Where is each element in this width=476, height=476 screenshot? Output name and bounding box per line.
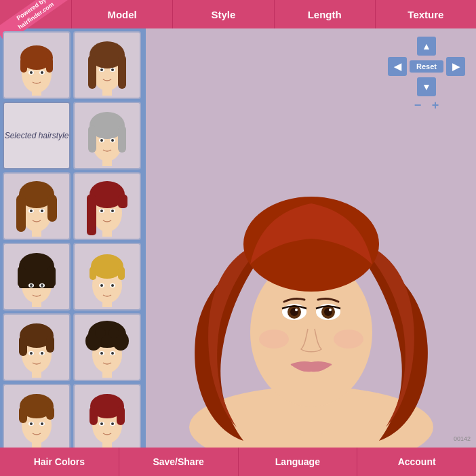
nav-tabs: Model Style Length Texture (71, 0, 476, 28)
svg-point-15 (100, 68, 103, 71)
svg-point-7 (41, 71, 43, 74)
hair-colors-button[interactable]: Hair Colors (0, 448, 119, 476)
svg-point-72 (41, 352, 43, 355)
tab-texture[interactable]: Texture (375, 0, 476, 28)
svg-point-62 (100, 284, 103, 287)
svg-rect-2 (20, 58, 27, 73)
svg-rect-102 (102, 442, 112, 448)
sidebar-row-4 (3, 243, 143, 311)
svg-rect-8 (32, 92, 41, 96)
svg-rect-3 (46, 58, 53, 73)
hairstyle-preview-6 (9, 246, 64, 307)
svg-point-43 (111, 210, 114, 212)
hairstyle-thumb-11[interactable] (73, 384, 141, 448)
hairstyle-thumb-1[interactable] (3, 31, 71, 99)
svg-rect-49 (18, 266, 26, 287)
selected-hairstyle-placeholder: Selected hairstyle (3, 102, 71, 170)
svg-rect-55 (32, 302, 41, 307)
svg-rect-26 (102, 160, 112, 166)
tab-model[interactable]: Model (71, 0, 172, 28)
svg-rect-30 (47, 195, 57, 222)
selected-label: Selected hairstyle (5, 131, 69, 140)
svg-point-114 (329, 309, 332, 311)
svg-point-33 (30, 210, 33, 212)
svg-point-116 (334, 330, 363, 349)
hairstyle-thumb-9[interactable] (73, 313, 141, 381)
hairstyle-thumb-3[interactable] (73, 102, 141, 170)
hairstyle-preview-10 (9, 387, 64, 448)
model-figure (155, 47, 467, 448)
svg-point-71 (30, 352, 33, 355)
svg-rect-73 (32, 372, 41, 378)
svg-rect-87 (19, 406, 27, 423)
svg-rect-88 (46, 406, 54, 420)
svg-rect-84 (102, 372, 112, 378)
hairstyle-thumb-4[interactable] (3, 172, 71, 240)
svg-point-113 (295, 309, 298, 311)
sidebar-row-2: Selected hairstyle (3, 102, 143, 170)
svg-rect-17 (102, 90, 112, 96)
svg-rect-39 (118, 195, 127, 208)
svg-point-63 (111, 284, 114, 287)
svg-point-54 (41, 284, 43, 287)
hairstyle-thumb-8[interactable] (3, 313, 71, 381)
hairstyle-sidebar: Selected hairstyle (0, 28, 146, 448)
sidebar-row-5 (3, 313, 143, 381)
hairstyle-thumb-10[interactable] (3, 384, 71, 448)
svg-rect-67 (19, 336, 27, 356)
svg-point-82 (100, 352, 103, 355)
hairstyle-preview-1 (9, 35, 64, 96)
top-navigation: Powered by hairfinder.com Model Style Le… (0, 0, 476, 28)
hairstyle-preview-5 (80, 176, 134, 237)
svg-point-78 (95, 328, 106, 338)
svg-rect-93 (32, 442, 41, 448)
hairstyle-preview-7 (80, 246, 134, 307)
account-button[interactable]: Account (357, 448, 476, 476)
svg-rect-96 (90, 406, 98, 425)
sidebar-row-6 (3, 384, 143, 448)
svg-rect-38 (87, 195, 96, 235)
svg-point-101 (111, 422, 114, 425)
svg-point-16 (111, 68, 114, 71)
svg-rect-11 (88, 55, 96, 89)
hairstyle-thumb-2[interactable] (73, 31, 141, 99)
tab-style[interactable]: Style (172, 0, 273, 28)
svg-rect-97 (117, 406, 125, 425)
version-text: 00142 (454, 435, 471, 442)
svg-point-115 (259, 330, 289, 349)
svg-point-6 (30, 71, 33, 74)
svg-rect-29 (16, 195, 26, 232)
hairstyle-preview-2 (80, 35, 134, 96)
svg-point-34 (41, 210, 43, 212)
svg-rect-68 (46, 336, 54, 353)
language-button[interactable]: Language (239, 448, 358, 476)
save-share-button[interactable]: Save/Share (119, 448, 239, 476)
svg-point-83 (111, 352, 114, 355)
svg-point-25 (111, 139, 114, 142)
svg-point-91 (30, 422, 33, 425)
hairstyle-preview-9 (80, 317, 134, 378)
hairstyle-thumb-5[interactable] (73, 172, 141, 240)
logo-area: Powered by hairfinder.com (0, 0, 71, 28)
hairstyle-preview-4 (9, 176, 64, 237)
svg-point-53 (30, 284, 33, 287)
svg-point-79 (108, 328, 119, 338)
hairstyle-thumb-6[interactable] (3, 243, 71, 311)
svg-point-92 (41, 422, 43, 425)
hairstyle-thumb-7[interactable] (73, 243, 141, 311)
hairstyle-preview-3 (80, 105, 134, 166)
tab-length[interactable]: Length (274, 0, 375, 28)
svg-rect-20 (88, 125, 96, 153)
sidebar-row-3 (3, 172, 143, 240)
svg-rect-64 (102, 302, 112, 307)
svg-rect-44 (102, 231, 112, 237)
svg-point-42 (100, 210, 103, 212)
hairstyle-preview-11 (80, 387, 134, 448)
svg-rect-21 (118, 125, 126, 153)
svg-rect-58 (90, 266, 96, 280)
svg-rect-35 (32, 231, 41, 237)
sidebar-row-1 (3, 31, 143, 99)
model-preview-area: ▲ ◀ Reset ▶ ▼ − + (146, 28, 476, 448)
svg-point-100 (100, 422, 103, 425)
svg-point-24 (100, 139, 103, 142)
